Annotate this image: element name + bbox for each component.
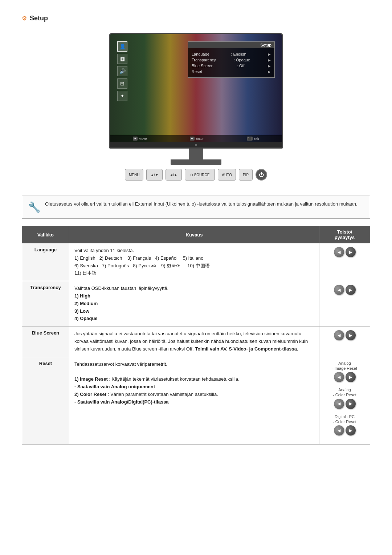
monitor-stand-base bbox=[171, 159, 221, 165]
menu-label-transparency: Transparency bbox=[30, 285, 61, 290]
menu-label-reset: Reset bbox=[39, 361, 52, 366]
th-menu: Valikko bbox=[22, 226, 69, 243]
btn-updown[interactable]: ▲/▼ bbox=[146, 169, 163, 181]
arrow-right-transparency[interactable]: ▶ bbox=[346, 285, 356, 295]
table-row-language: Language Voit valita yhden 11 kielestä. … bbox=[22, 243, 370, 281]
cell-menu-transparency: Transparency bbox=[22, 281, 69, 327]
desc-bluescreen-bold: Toimii vain AV, S-Video- ja Component-ti… bbox=[195, 346, 298, 352]
table-row-reset: Reset Tehdasasetusarvot korvaavat väripa… bbox=[22, 357, 370, 445]
osd-label-reset: Reset bbox=[192, 69, 202, 74]
desc-transparency-4: 4) Opaque bbox=[74, 316, 98, 321]
cell-action-transparency: ◀ ▶ bbox=[319, 281, 370, 327]
action-group-analog-image: Analog- Image Reset ◀ ▶ bbox=[324, 361, 365, 382]
menu-label-language: Language bbox=[34, 247, 57, 252]
cell-action-bluescreen: ◀ ▶ bbox=[319, 327, 370, 357]
monitor-power-dot bbox=[195, 144, 197, 146]
menu-label-bluescreen: Blue Screen bbox=[32, 330, 59, 336]
nav-arrows-analog-color: ◀ ▶ bbox=[324, 399, 365, 409]
osd-bottom-exit: ⬛ Exit bbox=[247, 137, 259, 141]
osd-arrow-language: ▶ bbox=[268, 52, 271, 56]
osd-label-transparency: Transparency bbox=[192, 58, 216, 62]
desc-language-list3: 11) 日本語 bbox=[74, 270, 97, 276]
arrow-left-analog-color[interactable]: ◀ bbox=[334, 399, 344, 409]
arrow-left-transparency[interactable]: ◀ bbox=[334, 285, 344, 295]
table-header-row: Valikko Kuvaus Toisto/pysäytys bbox=[22, 226, 370, 243]
monitor-screen: 👤 ▦ 🔊 ⊟ ✦ Setup Language : English ▶ bbox=[109, 33, 283, 142]
osd-btn-move-icon: ✦ bbox=[133, 137, 138, 141]
osd-title: Setup bbox=[188, 42, 274, 48]
action-label-analog-image: Analog- Image Reset bbox=[324, 361, 365, 371]
osd-row-language: Language : English ▶ bbox=[192, 51, 271, 57]
osd-btn-exit-icon: ⬛ bbox=[247, 137, 253, 141]
control-buttons-row: MENU ▲/▼ ◄/► ⊙ SOURCE AUTO PIP ⏻ bbox=[109, 169, 283, 181]
btn-leftright[interactable]: ◄/► bbox=[166, 169, 182, 181]
th-kuvaus: Kuvaus bbox=[69, 226, 319, 243]
btn-auto[interactable]: AUTO bbox=[218, 169, 236, 181]
osd-icon-person: 👤 bbox=[117, 41, 127, 52]
cell-action-language: ◀ ▶ bbox=[319, 243, 370, 281]
btn-source[interactable]: ⊙ SOURCE bbox=[185, 169, 215, 181]
cell-desc-language: Voit valita yhden 11 kielestä. 1) Englis… bbox=[69, 243, 319, 281]
desc-reset-2-label: 2) Color Reset bbox=[74, 392, 106, 397]
info-box: 🔧 Oletusasetus voi olla eri valitun tulo… bbox=[22, 195, 370, 219]
monitor-stand-neck bbox=[189, 149, 203, 159]
desc-transparency-1: 1) High bbox=[74, 293, 90, 299]
osd-btn-move-label: Move bbox=[139, 137, 147, 141]
arrow-left-language[interactable]: ◀ bbox=[334, 247, 344, 257]
arrow-right-digital-color[interactable]: ▶ bbox=[346, 425, 356, 436]
desc-reset-1-note: - Saatavilla vain Analog uniquement bbox=[74, 384, 155, 389]
osd-value-transparency: : Opaque bbox=[234, 58, 250, 62]
nav-arrows-bluescreen: ◀ ▶ bbox=[324, 330, 365, 340]
cell-desc-bluescreen: Jos yhtään signaalia ei vastaanoteta tai… bbox=[69, 327, 319, 357]
osd-icon-misc: ⊟ bbox=[117, 78, 127, 89]
osd-icon-audio: 🔊 bbox=[117, 66, 127, 76]
arrow-left-analog-image[interactable]: ◀ bbox=[334, 372, 344, 382]
arrow-left-digital-color[interactable]: ◀ bbox=[334, 425, 344, 436]
info-person-icon: 🔧 bbox=[28, 201, 41, 213]
desc-reset-2-text: : Värien parametrit korvataan valmistaja… bbox=[106, 392, 218, 397]
arrow-right-bluescreen[interactable]: ▶ bbox=[346, 330, 356, 340]
osd-row-transparency: Transparency : Opaque ▶ bbox=[192, 57, 271, 63]
page-header: ⚙ Setup bbox=[22, 15, 370, 22]
osd-arrow-reset: ▶ bbox=[268, 70, 271, 74]
desc-transparency-3: 3) Low bbox=[74, 308, 89, 314]
desc-language-list: 1) English 2) Deutsch 3) Français 4) Esp… bbox=[74, 255, 204, 261]
osd-arrow-transparency: ▶ bbox=[268, 58, 271, 62]
desc-language-intro: Voit valita yhden 11 kielestä. bbox=[74, 248, 134, 253]
cell-menu-reset: Reset bbox=[22, 357, 69, 445]
action-label-analog-color: Analog- Color Reset bbox=[324, 387, 365, 398]
osd-bottom-move: ✦ Move bbox=[133, 137, 147, 141]
action-group-digital-color: Digital : PC- Color Reset ◀ ▶ bbox=[324, 414, 365, 436]
desc-transparency-2: 2) Medium bbox=[74, 301, 98, 306]
arrow-left-bluescreen[interactable]: ◀ bbox=[334, 330, 344, 340]
nav-arrows-language: ◀ ▶ bbox=[324, 247, 365, 257]
btn-power[interactable]: ⏻ bbox=[256, 169, 267, 181]
cell-desc-transparency: Vaihtaa OSD-ikkunan taustan läpinäkyvyyt… bbox=[69, 281, 319, 327]
page-container: ⚙ Setup 👤 ▦ 🔊 ⊟ ✦ Setup bbox=[0, 0, 392, 459]
arrow-right-analog-color[interactable]: ▶ bbox=[346, 399, 356, 409]
arrow-right-analog-image[interactable]: ▶ bbox=[346, 372, 356, 382]
osd-icon-display: ▦ bbox=[117, 54, 127, 64]
osd-menu: Setup Language : English ▶ Transparency … bbox=[188, 41, 275, 78]
osd-row-reset: Reset ▶ bbox=[192, 69, 271, 74]
th-toisto: Toisto/pysäytys bbox=[319, 226, 370, 243]
page-title: Setup bbox=[30, 15, 48, 22]
btn-pip[interactable]: PIP bbox=[239, 169, 253, 181]
osd-bottom-enter: ↵ Enter bbox=[190, 137, 204, 141]
table-row-transparency: Transparency Vaihtaa OSD-ikkunan taustan… bbox=[22, 281, 370, 327]
cell-desc-reset: Tehdasasetusarvot korvaavat väriparametr… bbox=[69, 357, 319, 445]
gear-icon: ⚙ bbox=[22, 15, 27, 22]
osd-bottom-bar: ✦ Move ↵ Enter ⬛ Exit bbox=[110, 135, 282, 142]
btn-menu[interactable]: MENU bbox=[125, 169, 143, 181]
cell-action-reset: Analog- Image Reset ◀ ▶ Analog- Color Re… bbox=[319, 357, 370, 445]
osd-value-language: : English bbox=[231, 52, 246, 56]
osd-btn-enter-icon: ↵ bbox=[190, 137, 195, 141]
osd-label-language: Language bbox=[192, 52, 209, 56]
desc-transparency-intro: Vaihtaa OSD-ikkunan taustan läpinäkyvyyt… bbox=[74, 285, 168, 291]
arrow-right-language[interactable]: ▶ bbox=[346, 247, 356, 257]
osd-arrow-bluescreen: ▶ bbox=[268, 64, 271, 68]
cell-menu-language: Language bbox=[22, 243, 69, 281]
desc-reset-intro: Tehdasasetusarvot korvaavat väriparametr… bbox=[74, 361, 167, 367]
table-row-bluescreen: Blue Screen Jos yhtään signaalia ei vast… bbox=[22, 327, 370, 357]
cell-menu-bluescreen: Blue Screen bbox=[22, 327, 69, 357]
